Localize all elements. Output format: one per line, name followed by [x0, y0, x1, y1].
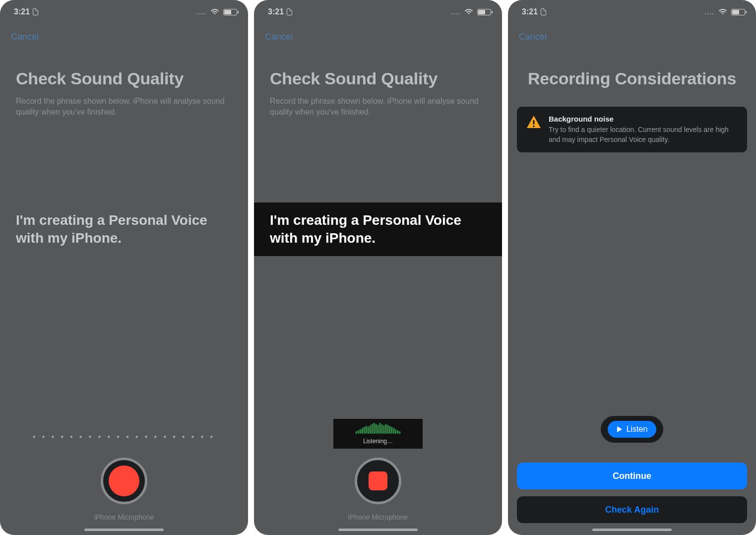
- cancel-button[interactable]: Cancel: [519, 32, 547, 42]
- home-indicator[interactable]: [84, 529, 164, 531]
- nav-bar: Cancel: [254, 24, 502, 45]
- cellular-dots-icon: ....: [450, 8, 460, 16]
- listen-button[interactable]: Listen: [608, 421, 657, 438]
- page-title: Check Sound Quality: [270, 69, 486, 88]
- check-again-button[interactable]: Check Again: [517, 496, 747, 523]
- sim-icon: [541, 8, 546, 15]
- wifi-icon: [210, 8, 219, 15]
- cellular-dots-icon: ....: [704, 8, 714, 16]
- play-icon: [617, 426, 623, 433]
- phrase-text: I'm creating a Personal Voice with my iP…: [16, 211, 232, 247]
- mic-source-label: iPhone Microphone: [94, 513, 154, 521]
- home-indicator[interactable]: [592, 529, 672, 531]
- waveform-icon: [339, 424, 417, 436]
- status-time: 3:21: [522, 7, 538, 16]
- listening-label: Listening…: [339, 438, 417, 445]
- status-bar: 3:21 ....: [508, 0, 756, 24]
- battery-icon: [477, 9, 491, 15]
- page-title: Check Sound Quality: [16, 69, 232, 88]
- status-bar: 3:21 ....: [0, 0, 248, 24]
- cellular-dots-icon: ....: [196, 8, 206, 16]
- screen-recording-considerations: 3:21 .... Cancel Recording Consideration…: [508, 0, 756, 535]
- screen-check-sound-idle: 3:21 .... Cancel Check Sound Quality Rec…: [0, 0, 248, 535]
- waveform-placeholder-icon: ● ● ● ● ● ● ● ● ● ● ● ● ● ● ● ● ● ● ● ●: [33, 434, 216, 444]
- phrase-container: I'm creating a Personal Voice with my iP…: [254, 202, 502, 256]
- status-time: 3:21: [268, 7, 284, 16]
- screen-check-sound-recording: 3:21 .... Cancel Check Sound Quality Rec…: [254, 0, 502, 535]
- phrase-text: I'm creating a Personal Voice with my iP…: [270, 211, 486, 247]
- continue-button[interactable]: Continue: [517, 463, 747, 489]
- battery-icon: [223, 9, 237, 15]
- warning-triangle-icon: [526, 115, 542, 144]
- cancel-button[interactable]: Cancel: [265, 32, 293, 42]
- record-stop-icon: [369, 471, 387, 490]
- svg-rect-0: [533, 120, 535, 125]
- sim-icon: [33, 8, 38, 15]
- listen-pill-container: Listen: [601, 416, 664, 443]
- page-subtitle: Record the phrase shown below. iPhone wi…: [16, 96, 232, 118]
- record-start-icon: [109, 466, 139, 496]
- record-button[interactable]: [101, 458, 147, 504]
- status-time: 3:21: [14, 7, 30, 16]
- cancel-button[interactable]: Cancel: [11, 32, 39, 42]
- page-subtitle: Record the phrase shown below. iPhone wi…: [270, 96, 486, 118]
- sim-icon: [287, 8, 292, 15]
- background-noise-warning: Background noise Try to find a quieter l…: [517, 107, 747, 152]
- nav-bar: Cancel: [0, 24, 248, 45]
- nav-bar: Cancel: [508, 24, 756, 45]
- wifi-icon: [464, 8, 473, 15]
- svg-point-1: [533, 126, 534, 127]
- listen-button-label: Listen: [627, 425, 648, 434]
- mic-source-label: iPhone Microphone: [348, 513, 408, 521]
- page-title: Recording Considerations: [524, 69, 740, 88]
- warning-title: Background noise: [549, 115, 738, 123]
- battery-icon: [731, 9, 745, 15]
- wifi-icon: [718, 8, 727, 15]
- home-indicator[interactable]: [338, 529, 418, 531]
- phrase-container: I'm creating a Personal Voice with my iP…: [0, 202, 248, 256]
- listening-indicator: Listening…: [333, 419, 423, 449]
- stop-record-button[interactable]: [355, 458, 401, 504]
- warning-body: Try to find a quieter location. Current …: [549, 125, 738, 144]
- status-bar: 3:21 ....: [254, 0, 502, 24]
